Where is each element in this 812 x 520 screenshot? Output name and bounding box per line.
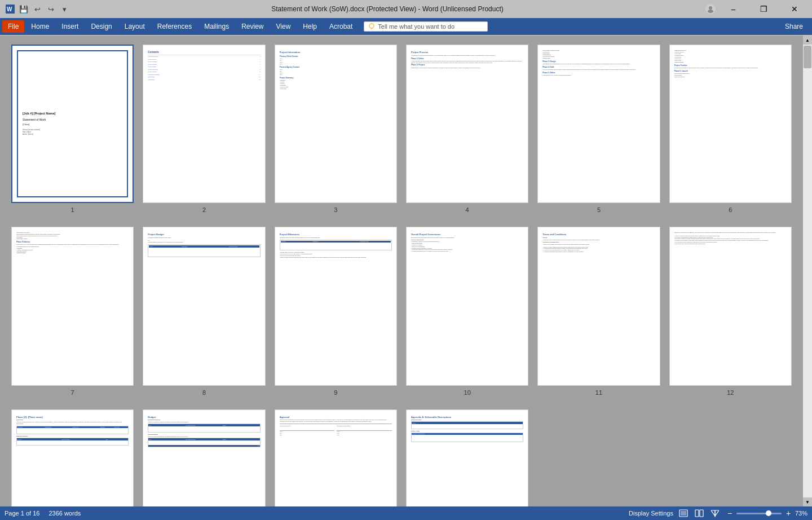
svg-point-3 bbox=[709, 6, 712, 10]
menu-file[interactable]: File bbox=[2, 20, 24, 33]
page-thumbnail-3[interactable]: Project Information Process Client Conta… bbox=[275, 45, 397, 203]
menu-mailings[interactable]: Mailings bbox=[198, 20, 235, 33]
display-settings[interactable]: Display Settings bbox=[629, 510, 673, 517]
menu-insert[interactable]: Insert bbox=[56, 20, 84, 33]
share-button[interactable]: Share bbox=[778, 20, 810, 33]
menu-review[interactable]: Review bbox=[236, 20, 269, 33]
page-container-8: Project Budget Description of budget sum… bbox=[143, 227, 265, 395]
page-number-11: 11 bbox=[595, 389, 602, 396]
scroll-thumb[interactable] bbox=[804, 46, 811, 68]
redo-icon[interactable]: ↪ bbox=[45, 3, 56, 15]
zoom-in-button[interactable]: + bbox=[784, 509, 793, 518]
title-bar: W 💾 ↩ ↪ ▾ Statement of Work (SoW).docx (… bbox=[0, 0, 812, 18]
zoom-thumb[interactable] bbox=[766, 510, 771, 516]
status-bar-right: Display Settings − + 73% bbox=[629, 509, 807, 518]
pages-grid: [Job #] [Project Name] Statement of Work… bbox=[11, 45, 792, 506]
page-thumbnail-16[interactable]: Appendix A: Deliverable Descriptions Del… bbox=[406, 409, 528, 506]
svg-rect-9 bbox=[695, 510, 699, 517]
page-number-12: 12 bbox=[727, 389, 734, 396]
page-container-10: Overall Project Governance Below outline… bbox=[406, 227, 528, 395]
ribbon: File Home Insert Design Layout Reference… bbox=[0, 18, 812, 36]
save-icon[interactable]: 💾 bbox=[18, 3, 29, 15]
user-icon[interactable] bbox=[705, 3, 716, 15]
title-bar-left: W 💾 ↩ ↪ ▾ bbox=[5, 3, 70, 15]
page-number-5: 5 bbox=[597, 206, 601, 213]
page-container-2: Contents Project Description2 Project Di… bbox=[143, 45, 265, 213]
menu-help[interactable]: Help bbox=[297, 20, 323, 33]
word-count: 2366 words bbox=[48, 510, 81, 517]
page-container-9: Project Milestones The below outlines th… bbox=[275, 227, 397, 395]
print-layout-button[interactable] bbox=[678, 509, 689, 518]
page-container-1: [Job #] [Project Name] Statement of Work… bbox=[11, 45, 134, 213]
page-thumbnail-1[interactable]: [Job #] [Project Name] Statement of Work… bbox=[11, 45, 134, 203]
page-container-16: Appendix A: Deliverable Descriptions Del… bbox=[406, 409, 528, 506]
document-canvas[interactable]: [Job #] [Project Name] Statement of Work… bbox=[0, 36, 803, 506]
page-thumbnail-10[interactable]: Overall Project Governance Below outline… bbox=[406, 227, 528, 385]
word-logo-icon: W bbox=[5, 3, 16, 15]
undo-icon[interactable]: ↩ bbox=[32, 3, 43, 15]
svg-rect-8 bbox=[681, 511, 686, 515]
restore-button[interactable]: ❒ bbox=[751, 0, 777, 18]
page-number-10: 10 bbox=[464, 389, 471, 396]
title-bar-controls: ‒ ❒ ✕ bbox=[705, 0, 807, 18]
zoom-out-button[interactable]: − bbox=[725, 509, 734, 518]
menu-acrobat[interactable]: Acrobat bbox=[324, 20, 358, 33]
customize-icon[interactable]: ▾ bbox=[59, 3, 70, 15]
status-bar-left: Page 1 of 16 2366 words bbox=[5, 510, 81, 517]
page-container-7: Development of firm nameNew franchises t… bbox=[11, 227, 134, 395]
svg-point-5 bbox=[369, 24, 374, 28]
page-container-3: Project Information Process Client Conta… bbox=[275, 45, 397, 213]
menu-references[interactable]: References bbox=[152, 20, 197, 33]
page-thumbnail-4[interactable]: Project Process Although we are in our u… bbox=[406, 45, 528, 203]
scroll-down-button[interactable]: ▼ bbox=[803, 497, 812, 506]
scroll-track[interactable] bbox=[803, 45, 812, 497]
close-button[interactable]: ✕ bbox=[782, 0, 807, 18]
page-thumbnail-15[interactable]: Approval This is to be an assessment of … bbox=[275, 409, 397, 506]
page-container-5: Internal agency briefing or huddleCreati… bbox=[537, 45, 660, 213]
page-thumbnail-14[interactable]: Budget Billing and Resource Phase on Pro… bbox=[143, 409, 265, 506]
page-container-6: • Branding development• Product prototyp… bbox=[669, 45, 792, 213]
page-thumbnail-13[interactable]: Phase [X]: [Phase name] Phase Brief Over… bbox=[11, 409, 134, 506]
menu-design[interactable]: Design bbox=[85, 20, 117, 33]
zoom-slider[interactable] bbox=[736, 513, 782, 514]
page-thumbnail-2[interactable]: Contents Project Description2 Project Di… bbox=[143, 45, 265, 203]
page-number-6: 6 bbox=[729, 206, 732, 213]
main-area: [Job #] [Project Name] Statement of Work… bbox=[0, 36, 812, 506]
search-box[interactable]: Tell me what you want to do bbox=[364, 21, 488, 32]
page-container-12: administer out throughout Management. Th… bbox=[669, 227, 792, 395]
page-thumbnail-5[interactable]: Internal agency briefing or huddleCreati… bbox=[537, 45, 660, 203]
page-thumbnail-9[interactable]: Project Milestones The below outlines th… bbox=[275, 227, 397, 385]
read-mode-button[interactable] bbox=[709, 509, 721, 518]
svg-text:W: W bbox=[7, 6, 12, 12]
page-container-14: Budget Billing and Resource Phase on Pro… bbox=[143, 409, 265, 506]
search-input[interactable]: Tell me what you want to do bbox=[378, 23, 454, 30]
page-thumbnail-7[interactable]: Development of firm nameNew franchises t… bbox=[11, 227, 134, 385]
page-info: Page 1 of 16 bbox=[5, 510, 39, 517]
page-container-13: Phase [X]: [Phase name] Phase Brief Over… bbox=[11, 409, 134, 506]
status-bar: Page 1 of 16 2366 words Display Settings… bbox=[0, 506, 812, 520]
page-thumbnail-11[interactable]: Terms and Conditions General Lorem ipsum… bbox=[537, 227, 660, 385]
page-thumbnail-12[interactable]: administer out throughout Management. Th… bbox=[669, 227, 792, 385]
svg-point-4 bbox=[708, 10, 713, 13]
page-thumbnail-6[interactable]: • Branding development• Product prototyp… bbox=[669, 45, 792, 203]
menu-home[interactable]: Home bbox=[25, 20, 55, 33]
web-layout-button[interactable] bbox=[694, 509, 705, 518]
vertical-scrollbar[interactable]: ▲ ▼ bbox=[803, 36, 812, 506]
zoom-percent: 73% bbox=[795, 510, 807, 517]
page-number-8: 8 bbox=[202, 389, 206, 396]
page-thumbnail-8[interactable]: Project Budget Description of budget sum… bbox=[143, 227, 265, 385]
zoom-control[interactable]: − + 73% bbox=[725, 509, 807, 518]
scroll-up-button[interactable]: ▲ bbox=[803, 36, 812, 45]
lightbulb-icon bbox=[369, 23, 376, 30]
menu-layout[interactable]: Layout bbox=[119, 20, 151, 33]
svg-rect-10 bbox=[700, 510, 703, 517]
minimize-button[interactable]: ‒ bbox=[721, 0, 747, 18]
page-number-1: 1 bbox=[71, 206, 74, 213]
page-container-4: Project Process Although we are in our u… bbox=[406, 45, 528, 213]
window-title: Statement of Work (SoW).docx (Protected … bbox=[271, 5, 503, 13]
menu-view[interactable]: View bbox=[271, 20, 297, 33]
page-number-9: 9 bbox=[334, 389, 337, 396]
page-number-7: 7 bbox=[71, 389, 74, 396]
page-number-3: 3 bbox=[334, 206, 337, 213]
page-number-2: 2 bbox=[202, 206, 206, 213]
